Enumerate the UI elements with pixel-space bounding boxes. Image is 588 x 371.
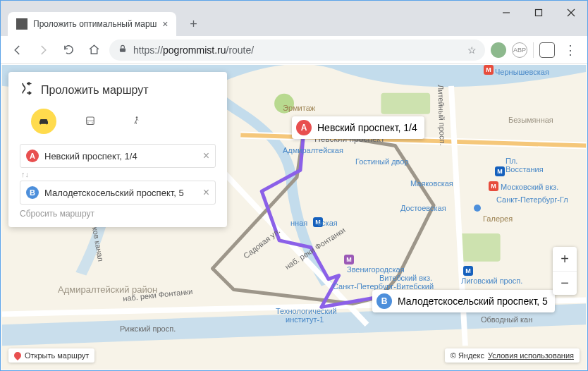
- nav-reload-button[interactable]: [59, 40, 78, 60]
- terms-link[interactable]: Условия использования: [488, 351, 574, 360]
- zoom-out-button[interactable]: −: [553, 271, 577, 295]
- svg-rect-1: [536, 10, 542, 16]
- pin-b-label: Малодетскосельский проспект, 5: [398, 296, 548, 307]
- pin-a-label: Невский проспект, 1/4: [317, 122, 417, 133]
- new-tab-button[interactable]: +: [183, 14, 203, 34]
- route-panel: Проложить маршрут A Невский проспект, 1/…: [8, 72, 227, 227]
- svg-point-9: [87, 123, 89, 124]
- tab-favicon: [16, 18, 27, 30]
- browser-menu-button[interactable]: ⋮: [561, 40, 580, 60]
- nav-back-button[interactable]: [8, 40, 27, 60]
- profile-avatar[interactable]: [539, 42, 555, 58]
- lock-icon: [118, 44, 128, 56]
- clear-to-button[interactable]: ×: [203, 186, 209, 199]
- pin-a-icon: A: [26, 150, 39, 162]
- map-copyright: © Яндекс Условия использования: [445, 348, 580, 363]
- pin-b-icon: B: [376, 293, 392, 309]
- swap-points-button[interactable]: ↑↓: [21, 170, 216, 178]
- bookmark-star-icon[interactable]: ☆: [467, 44, 477, 56]
- copyright-text: © Яндекс: [451, 351, 484, 360]
- route-to-input[interactable]: B Малодетскосельский проспект, 5 ×: [20, 181, 216, 205]
- route-logo-icon: [20, 82, 34, 99]
- zoom-in-button[interactable]: +: [553, 247, 577, 271]
- route-to-text: Малодетскосельский проспект, 5: [44, 188, 197, 198]
- svg-point-10: [92, 123, 93, 124]
- map-canvas[interactable]: M M M M M M Эрмитаж Невский проспект Адм…: [1, 65, 587, 370]
- metro-icon: M: [463, 266, 473, 276]
- svg-point-12: [136, 116, 138, 118]
- url-text: https://pogrommist.ru/route/: [133, 44, 254, 56]
- browser-titlebar: Проложить оптимальный марш × +: [1, 1, 587, 36]
- metro-icon: M: [495, 166, 505, 176]
- open-route-label: Открыть маршрут: [25, 351, 89, 360]
- svg-rect-4: [120, 48, 125, 51]
- svg-point-5: [274, 94, 294, 114]
- mode-walk-button[interactable]: [124, 109, 149, 134]
- address-bar[interactable]: https://pogrommist.ru/route/ ☆: [109, 39, 485, 61]
- svg-rect-6: [381, 93, 430, 114]
- metro-icon: M: [344, 255, 354, 264]
- mode-car-button[interactable]: [31, 109, 56, 134]
- browser-tab[interactable]: Проложить оптимальный марш ×: [8, 12, 176, 36]
- metro-icon: M: [489, 181, 498, 191]
- pin-icon: [13, 351, 23, 360]
- pin-a-icon: A: [296, 120, 312, 135]
- open-route-chip[interactable]: Открыть маршрут: [8, 348, 94, 363]
- map-pin-a[interactable]: A Невский проспект, 1/4: [292, 116, 424, 139]
- toolbar-separator: [533, 42, 534, 58]
- zoom-control: + −: [553, 247, 577, 295]
- pin-b-icon: B: [26, 186, 39, 199]
- route-from-text: Невский проспект, 1/4: [44, 151, 197, 162]
- window-close-button[interactable]: [555, 1, 587, 25]
- route-from-input[interactable]: A Невский проспект, 1/4 ×: [20, 144, 216, 168]
- metro-icon: M: [484, 65, 494, 75]
- svg-rect-7: [458, 233, 501, 262]
- extension-icon-1[interactable]: [491, 42, 506, 58]
- tab-close-icon[interactable]: ×: [162, 18, 168, 30]
- metro-icon: M: [313, 217, 323, 227]
- clear-from-button[interactable]: ×: [203, 150, 209, 162]
- nav-home-button[interactable]: [84, 40, 104, 60]
- window-maximize-button[interactable]: [522, 1, 555, 25]
- reset-route-link[interactable]: Сбросить маршрут: [20, 209, 216, 219]
- poi-icon: [474, 205, 481, 212]
- map-pin-b[interactable]: B Малодетскосельский проспект, 5: [372, 290, 555, 312]
- route-panel-title: Проложить маршрут: [41, 84, 149, 97]
- nav-forward-button[interactable]: [33, 40, 53, 60]
- mode-transit-button[interactable]: [78, 109, 103, 134]
- window-minimize-button[interactable]: [490, 1, 522, 25]
- browser-toolbar: https://pogrommist.ru/route/ ☆ ABP ⋮: [1, 36, 587, 64]
- tab-title: Проложить оптимальный марш: [33, 19, 157, 29]
- extension-icon-abp[interactable]: ABP: [512, 42, 527, 58]
